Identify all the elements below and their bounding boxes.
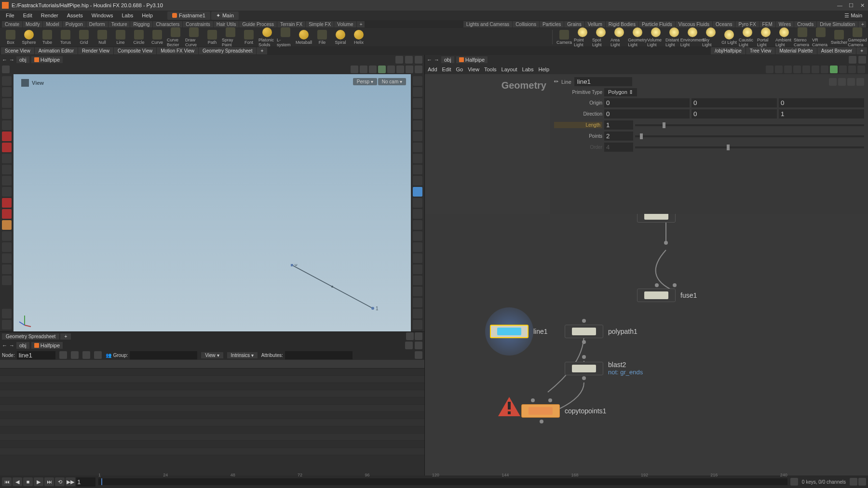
shelf-tool-geolight[interactable]: Geometry Light xyxy=(629,27,646,47)
menu-go[interactable]: Go xyxy=(456,66,463,72)
display-opt-icon[interactable] xyxy=(413,287,422,296)
node-field[interactable] xyxy=(17,351,55,359)
node-connector[interactable] xyxy=(655,283,659,287)
pin-icon[interactable] xyxy=(405,56,413,64)
node-name-field[interactable] xyxy=(574,77,632,86)
tool-icon[interactable] xyxy=(2,165,12,174)
help-icon[interactable] xyxy=(856,78,864,86)
direction-z-field[interactable] xyxy=(779,109,864,119)
shelf-tab[interactable]: Modify xyxy=(23,21,42,27)
shelf-tool-arealight[interactable]: Area Light xyxy=(610,27,628,47)
display-opt-icon[interactable] xyxy=(413,76,422,86)
shelf-tool-amblight[interactable]: Ambient Light xyxy=(775,27,793,47)
tool-icon[interactable] xyxy=(2,198,12,208)
network-opt-icon[interactable] xyxy=(775,66,783,73)
display-opt-icon[interactable] xyxy=(413,143,422,152)
node-line1[interactable]: line1 xyxy=(490,325,548,338)
shelf-tool-skylight[interactable]: Sky Light xyxy=(702,27,719,47)
shelf-tool-stereocam[interactable]: Stereo Camera xyxy=(794,27,811,47)
shelf-tool-vrcam[interactable]: VR Camera xyxy=(812,27,829,47)
shelf-tab[interactable]: Crowds xyxy=(794,21,816,27)
menu-file[interactable]: File xyxy=(2,12,18,19)
shelf-tab[interactable]: Particle Fluids xyxy=(639,21,675,27)
primitive-type-dropdown[interactable]: Polygon ⇕ xyxy=(604,88,637,96)
shelf-tab[interactable]: Grains xyxy=(564,21,584,27)
tool-icon[interactable] xyxy=(2,132,12,141)
pane-tab-network[interactable]: /obj/Halfpipe xyxy=(711,47,746,54)
rotate-tool-icon[interactable] xyxy=(2,109,12,119)
menu-view[interactable]: View xyxy=(468,66,479,72)
shelf-tool-spraypaint[interactable]: Spray Paint xyxy=(222,27,239,47)
shelf-tool-file[interactable]: File xyxy=(313,30,331,45)
display-opt-icon[interactable] xyxy=(413,87,422,97)
pane-tab-animeditor[interactable]: Animation Editor xyxy=(35,47,78,54)
prim-mode-icon[interactable] xyxy=(82,351,90,359)
intrinsics-dropdown[interactable]: Intrinsics ▾ xyxy=(227,352,258,358)
pane-max-icon[interactable] xyxy=(415,332,422,340)
timeline-track[interactable]: 1 24 48 72 96 120 144 168 192 216 240 xyxy=(98,478,787,485)
shelf-tab[interactable]: Constraints xyxy=(183,21,213,27)
view-dropdown[interactable]: View ▾ xyxy=(201,352,223,358)
play-next-button[interactable]: ▶ xyxy=(34,477,43,486)
shelf-tab[interactable]: Rigging xyxy=(130,21,152,27)
shelf-tab[interactable]: Drive Simulation xyxy=(817,21,858,27)
nav-back-icon[interactable]: ← xyxy=(2,57,7,63)
shelf-tool-curve[interactable]: Curve xyxy=(149,30,166,45)
shelf-tab[interactable]: Terrain FX xyxy=(277,21,305,27)
length-slider[interactable] xyxy=(635,124,864,126)
pane-tab-geospreadsheet[interactable]: Geometry Spreadsheet xyxy=(199,47,256,54)
pane-tab-matpalette[interactable]: Material Palette xyxy=(775,47,816,54)
timeline-opt-icon[interactable] xyxy=(858,478,866,486)
shelf-tab[interactable]: Polygon xyxy=(63,21,86,27)
display-opt-icon[interactable] xyxy=(413,187,422,197)
snap-icon[interactable] xyxy=(396,66,404,73)
menu-add[interactable]: Add xyxy=(428,66,437,72)
shelf-tool-font[interactable]: Font xyxy=(240,30,258,45)
sel-mode-icon[interactable] xyxy=(387,66,395,73)
shelf-tool-spiral[interactable]: Spiral xyxy=(332,30,349,45)
select-tool-icon[interactable] xyxy=(2,87,12,97)
param-opt-icon[interactable] xyxy=(847,78,855,86)
shelf-tool-line[interactable]: Line xyxy=(112,30,129,45)
help-icon[interactable] xyxy=(415,351,422,359)
timeline-marker[interactable] xyxy=(101,478,102,485)
group-field[interactable] xyxy=(130,351,197,359)
menu-edit[interactable]: Edit xyxy=(19,12,36,19)
points-mode-icon[interactable] xyxy=(59,351,67,359)
tool-icon[interactable] xyxy=(2,187,12,197)
path-segment-obj[interactable]: obj xyxy=(441,56,454,63)
menu-tools[interactable]: Tools xyxy=(484,66,497,72)
path-segment-obj[interactable]: obj xyxy=(16,342,29,349)
sel-mode-icon[interactable] xyxy=(351,66,358,73)
path-segment-halfpipe[interactable]: Halfpipe xyxy=(456,56,488,63)
shelf-tab[interactable]: FEM xyxy=(760,21,775,27)
shelf-tool-vollight[interactable]: Volume Light xyxy=(647,27,665,47)
node-polypath1[interactable]: polypath1 xyxy=(565,325,637,338)
menu-labs[interactable]: Labs xyxy=(118,12,137,19)
desktop-tab[interactable]: ✦Main xyxy=(211,12,239,20)
display-opt-icon[interactable] xyxy=(413,209,422,219)
render-icon[interactable] xyxy=(415,66,422,73)
shelf-tool-helix[interactable]: Helix xyxy=(350,30,367,45)
pane-tab-sceneview[interactable]: Scene View xyxy=(1,47,34,54)
origin-y-field[interactable] xyxy=(692,98,777,107)
points-field[interactable] xyxy=(604,132,633,141)
shelf-tab[interactable]: Oceans xyxy=(713,21,735,27)
shelf-tab[interactable]: Characters xyxy=(153,21,182,27)
shelf-tab[interactable]: Hair Utils xyxy=(214,21,239,27)
path-segment-halfpipe[interactable]: Halfpipe xyxy=(31,56,63,63)
shelf-tab[interactable]: Deform xyxy=(86,21,108,27)
node-blast2[interactable]: blast2 not: gr_ends xyxy=(565,361,643,376)
display-opt-icon[interactable] xyxy=(413,220,422,230)
nav-fwd-icon[interactable]: → xyxy=(9,57,14,63)
desktop-label[interactable]: ☰ Main xyxy=(841,12,866,20)
network-opt-icon[interactable] xyxy=(784,66,792,73)
shelf-tool-portallight[interactable]: Portal Light xyxy=(757,27,774,47)
node-upstream[interactable] xyxy=(637,214,676,223)
viewport-options-icon[interactable] xyxy=(395,56,403,64)
nav-fwd-icon[interactable]: → xyxy=(9,343,14,348)
tool-icon[interactable] xyxy=(2,231,12,241)
pane-tab-assetbrowser[interactable]: Asset Browser xyxy=(817,47,856,54)
display-opt-icon[interactable] xyxy=(413,154,422,163)
shelf-tool-metaball[interactable]: Metaball xyxy=(295,30,312,45)
